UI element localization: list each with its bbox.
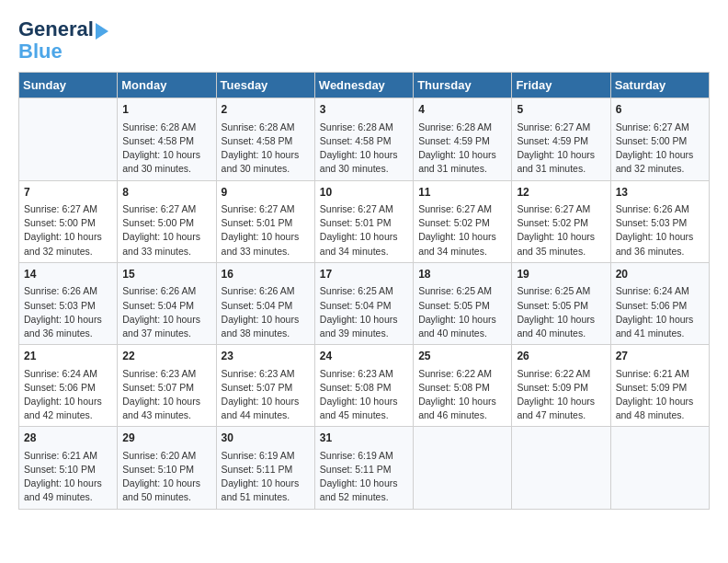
day-number: 8 [122, 185, 210, 201]
calendar-cell: 14Sunrise: 6:26 AMSunset: 5:03 PMDayligh… [19, 262, 118, 344]
calendar-cell: 1Sunrise: 6:28 AMSunset: 4:58 PMDaylight… [118, 98, 216, 180]
day-number: 20 [616, 267, 704, 282]
day-number: 28 [24, 431, 112, 446]
day-number: 13 [616, 185, 704, 201]
cell-content: Sunrise: 6:24 AMSunset: 5:06 PMDaylight:… [616, 284, 704, 340]
cell-content: Sunrise: 6:23 AMSunset: 5:07 PMDaylight:… [222, 367, 310, 423]
cell-content: Sunrise: 6:26 AMSunset: 5:04 PMDaylight:… [122, 284, 210, 340]
calendar-cell: 24Sunrise: 6:23 AMSunset: 5:08 PMDayligh… [314, 345, 413, 427]
day-number: 12 [517, 185, 605, 201]
cell-content: Sunrise: 6:22 AMSunset: 5:08 PMDaylight:… [418, 367, 506, 423]
day-number: 16 [222, 267, 310, 282]
calendar-cell: 4Sunrise: 6:28 AMSunset: 4:59 PMDaylight… [414, 98, 512, 180]
cell-content: Sunrise: 6:25 AMSunset: 5:04 PMDaylight:… [320, 284, 408, 340]
cell-content: Sunrise: 6:25 AMSunset: 5:05 PMDaylight:… [418, 284, 506, 340]
cell-content: Sunrise: 6:28 AMSunset: 4:59 PMDaylight:… [418, 121, 506, 177]
calendar-cell: 25Sunrise: 6:22 AMSunset: 5:08 PMDayligh… [414, 345, 512, 427]
header-day-sunday: Sunday [19, 73, 118, 98]
header-day-monday: Monday [118, 73, 216, 98]
cell-content: Sunrise: 6:21 AMSunset: 5:10 PMDaylight:… [24, 449, 112, 505]
cell-content: Sunrise: 6:27 AMSunset: 5:01 PMDaylight:… [320, 202, 408, 259]
calendar-cell: 7Sunrise: 6:27 AMSunset: 5:00 PMDaylight… [19, 180, 118, 262]
calendar-cell: 5Sunrise: 6:27 AMSunset: 4:59 PMDaylight… [512, 98, 610, 180]
calendar-cell: 20Sunrise: 6:24 AMSunset: 5:06 PMDayligh… [610, 262, 709, 344]
day-number: 25 [418, 349, 506, 364]
calendar-cell: 27Sunrise: 6:21 AMSunset: 5:09 PMDayligh… [610, 345, 709, 427]
day-number: 21 [24, 349, 112, 364]
day-number: 23 [222, 349, 310, 364]
day-number: 11 [418, 185, 506, 201]
day-number: 14 [24, 267, 112, 282]
calendar-cell: 31Sunrise: 6:19 AMSunset: 5:11 PMDayligh… [314, 427, 413, 509]
calendar-cell: 29Sunrise: 6:20 AMSunset: 5:10 PMDayligh… [118, 427, 216, 509]
day-number: 29 [122, 431, 210, 446]
cell-content: Sunrise: 6:19 AMSunset: 5:11 PMDaylight:… [320, 449, 408, 505]
day-number: 30 [222, 431, 310, 446]
day-number: 22 [122, 349, 210, 364]
cell-content: Sunrise: 6:26 AMSunset: 5:04 PMDaylight:… [222, 284, 310, 340]
calendar-cell: 8Sunrise: 6:27 AMSunset: 5:00 PMDaylight… [118, 180, 216, 262]
calendar-cell: 19Sunrise: 6:25 AMSunset: 5:05 PMDayligh… [512, 262, 610, 344]
cell-content: Sunrise: 6:21 AMSunset: 5:09 PMDaylight:… [616, 367, 704, 423]
cell-content: Sunrise: 6:27 AMSunset: 5:00 PMDaylight:… [122, 202, 210, 259]
calendar-cell: 13Sunrise: 6:26 AMSunset: 5:03 PMDayligh… [610, 180, 709, 262]
cell-content: Sunrise: 6:26 AMSunset: 5:03 PMDaylight:… [616, 202, 704, 259]
cell-content: Sunrise: 6:28 AMSunset: 4:58 PMDaylight:… [122, 121, 210, 177]
calendar-cell [512, 427, 610, 509]
calendar-cell [19, 98, 118, 180]
day-number: 18 [418, 267, 506, 282]
calendar-table: SundayMondayTuesdayWednesdayThursdayFrid… [18, 72, 710, 509]
cell-content: Sunrise: 6:20 AMSunset: 5:10 PMDaylight:… [122, 449, 210, 505]
week-row-4: 21Sunrise: 6:24 AMSunset: 5:06 PMDayligh… [19, 345, 710, 427]
cell-content: Sunrise: 6:26 AMSunset: 5:03 PMDaylight:… [24, 284, 112, 340]
calendar-cell: 15Sunrise: 6:26 AMSunset: 5:04 PMDayligh… [118, 262, 216, 344]
calendar-cell: 18Sunrise: 6:25 AMSunset: 5:05 PMDayligh… [414, 262, 512, 344]
header-day-saturday: Saturday [610, 73, 709, 98]
day-number: 17 [320, 267, 408, 282]
calendar-cell: 23Sunrise: 6:23 AMSunset: 5:07 PMDayligh… [216, 345, 314, 427]
day-number: 27 [616, 349, 704, 364]
cell-content: Sunrise: 6:27 AMSunset: 5:02 PMDaylight:… [418, 202, 506, 259]
logo-arrow-icon [96, 23, 108, 40]
header-day-wednesday: Wednesday [314, 73, 413, 98]
day-number: 6 [616, 102, 704, 118]
day-number: 4 [418, 102, 506, 118]
day-number: 5 [517, 102, 605, 118]
cell-content: Sunrise: 6:27 AMSunset: 4:59 PMDaylight:… [517, 121, 605, 177]
day-number: 31 [320, 431, 408, 446]
calendar-cell: 10Sunrise: 6:27 AMSunset: 5:01 PMDayligh… [314, 180, 413, 262]
cell-content: Sunrise: 6:19 AMSunset: 5:11 PMDaylight:… [222, 449, 310, 505]
page-header: General Blue [18, 18, 710, 63]
calendar-cell: 9Sunrise: 6:27 AMSunset: 5:01 PMDaylight… [216, 180, 314, 262]
week-row-3: 14Sunrise: 6:26 AMSunset: 5:03 PMDayligh… [19, 262, 710, 344]
cell-content: Sunrise: 6:22 AMSunset: 5:09 PMDaylight:… [517, 367, 605, 423]
day-number: 1 [122, 102, 210, 118]
calendar-cell: 6Sunrise: 6:27 AMSunset: 5:00 PMDaylight… [610, 98, 709, 180]
calendar-cell: 11Sunrise: 6:27 AMSunset: 5:02 PMDayligh… [414, 180, 512, 262]
calendar-cell: 22Sunrise: 6:23 AMSunset: 5:07 PMDayligh… [118, 345, 216, 427]
calendar-cell: 16Sunrise: 6:26 AMSunset: 5:04 PMDayligh… [216, 262, 314, 344]
calendar-cell: 3Sunrise: 6:28 AMSunset: 4:58 PMDaylight… [314, 98, 413, 180]
day-number: 2 [222, 102, 310, 118]
week-row-2: 7Sunrise: 6:27 AMSunset: 5:00 PMDaylight… [19, 180, 710, 262]
cell-content: Sunrise: 6:27 AMSunset: 5:00 PMDaylight:… [24, 202, 112, 259]
day-number: 3 [320, 102, 408, 118]
header-day-thursday: Thursday [414, 73, 512, 98]
logo-blue-text: Blue [18, 40, 63, 63]
cell-content: Sunrise: 6:24 AMSunset: 5:06 PMDaylight:… [24, 367, 112, 423]
header-row: SundayMondayTuesdayWednesdayThursdayFrid… [19, 73, 710, 98]
cell-content: Sunrise: 6:27 AMSunset: 5:02 PMDaylight:… [517, 202, 605, 259]
logo: General Blue [18, 18, 108, 63]
calendar-cell: 17Sunrise: 6:25 AMSunset: 5:04 PMDayligh… [314, 262, 413, 344]
cell-content: Sunrise: 6:28 AMSunset: 4:58 PMDaylight:… [222, 121, 310, 177]
day-number: 19 [517, 267, 605, 282]
calendar-cell [414, 427, 512, 509]
day-number: 15 [122, 267, 210, 282]
cell-content: Sunrise: 6:27 AMSunset: 5:01 PMDaylight:… [222, 202, 310, 259]
calendar-cell [610, 427, 709, 509]
calendar-cell: 28Sunrise: 6:21 AMSunset: 5:10 PMDayligh… [19, 427, 118, 509]
week-row-5: 28Sunrise: 6:21 AMSunset: 5:10 PMDayligh… [19, 427, 710, 509]
day-number: 7 [24, 185, 112, 201]
day-number: 9 [222, 185, 310, 201]
calendar-cell: 30Sunrise: 6:19 AMSunset: 5:11 PMDayligh… [216, 427, 314, 509]
